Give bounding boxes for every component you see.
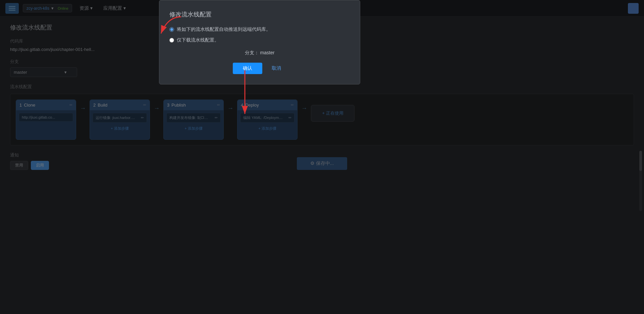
modal-option-2[interactable]: 仅下载流水线配置。 [169,37,350,43]
modal-overlay: 修改流水线配置 将如下的流水线配置自动推送到远端代码库。 仅下载流水线配置。 分… [0,0,644,314]
modal-branch-value: master [260,50,275,55]
modal-title: 修改流水线配置 [169,10,350,18]
modal-cancel-button[interactable]: 取消 [266,63,286,74]
modal-dialog: 修改流水线配置 将如下的流水线配置自动推送到远端代码库。 仅下载流水线配置。 分… [159,0,360,84]
modal-radio-2[interactable] [169,38,174,43]
modal-option-1-text: 将如下的流水线配置自动推送到远端代码库。 [177,26,271,33]
modal-actions: 确认 取消 [169,63,350,74]
modal-branch-info: 分支： master [169,50,350,56]
modal-branch-label: 分支： [245,50,259,55]
modal-option-1[interactable]: 将如下的流水线配置自动推送到远端代码库。 [169,26,350,33]
modal-radio-1[interactable] [169,27,174,32]
modal-confirm-button[interactable]: 确认 [233,63,262,74]
modal-option-2-text: 仅下载流水线配置。 [177,37,219,43]
